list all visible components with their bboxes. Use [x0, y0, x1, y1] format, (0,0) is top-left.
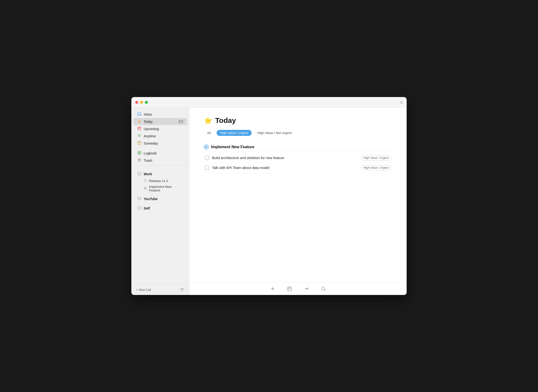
- task-label-2: Talk with API Team about data model: [212, 166, 358, 170]
- sidebar: Inbox ★ Today 4: [131, 108, 189, 295]
- svg-rect-0: [138, 112, 141, 116]
- add-icon: [270, 286, 275, 291]
- content-inner: ⭐ Today All High Value / Urgent High Val…: [189, 108, 407, 282]
- page-title: Today: [215, 116, 236, 125]
- toolbar-center: [268, 285, 328, 293]
- add-task-button[interactable]: [268, 285, 277, 293]
- task-checkbox-1[interactable]: [205, 156, 209, 160]
- task-group-title: Implement New Feature: [211, 145, 255, 149]
- today-badge: 4: [178, 120, 183, 123]
- implement-circle-icon: [144, 187, 147, 190]
- inbox-label: Inbox: [144, 112, 152, 116]
- sidebar-area-self[interactable]: Self: [133, 204, 187, 212]
- release-label: Release v1.2: [149, 179, 168, 183]
- titlebar: ⧉: [131, 97, 407, 108]
- calendar-icon: [287, 286, 292, 291]
- calendar-view-button[interactable]: [285, 285, 294, 293]
- app-window: ⧉ Inbox ★ Today: [131, 97, 407, 295]
- task-item-1[interactable]: Build architecture and skeleton for new …: [204, 153, 392, 163]
- task-tag-2: High Value / Urgent: [361, 165, 391, 170]
- implement-label: Implement New Feature: [149, 185, 183, 192]
- youtube-area-label: YouTube: [144, 197, 158, 201]
- content-area: ⭐ Today All High Value / Urgent High Val…: [189, 108, 407, 295]
- task-label-1: Build architecture and skeleton for new …: [212, 156, 358, 160]
- sidebar-filter-button[interactable]: [178, 287, 186, 293]
- filter-tab-high-value-urgent[interactable]: High Value / Urgent: [217, 130, 252, 136]
- work-area-label: Work: [144, 172, 152, 176]
- someday-archive-icon: [137, 141, 142, 146]
- sidebar-item-inbox[interactable]: Inbox: [133, 111, 187, 118]
- task-checkbox-2[interactable]: [205, 166, 209, 170]
- forward-button[interactable]: [302, 285, 311, 293]
- close-button[interactable]: [135, 101, 138, 104]
- youtube-area-icon: [137, 196, 142, 201]
- minimize-button[interactable]: [140, 101, 143, 104]
- svg-point-8: [145, 188, 146, 189]
- svg-rect-10: [289, 289, 289, 290]
- task-item-2[interactable]: Talk with API Team about data model High…: [204, 163, 392, 173]
- logbook-icon: [137, 151, 142, 155]
- search-icon: [321, 286, 326, 291]
- today-star-icon: ★: [137, 119, 142, 124]
- svg-rect-9: [288, 287, 291, 291]
- main-area: Inbox ★ Today 4: [131, 108, 407, 295]
- svg-rect-4: [138, 141, 141, 142]
- sidebar-item-trash[interactable]: Trash: [133, 157, 187, 164]
- anytime-layers-icon: [137, 134, 142, 138]
- sidebar-subitem-implement[interactable]: Implement New Feature: [133, 184, 187, 193]
- sidebar-footer: + New List: [131, 284, 189, 295]
- sidebar-item-upcoming[interactable]: Upcoming: [133, 125, 187, 132]
- page-title-row: ⭐ Today: [204, 116, 392, 125]
- task-tag-1: High Value / Urgent: [361, 155, 391, 161]
- filter-tabs: All High Value / Urgent High Value / Not…: [204, 130, 392, 136]
- task-group-implement: Implement New Feature Build architecture…: [204, 143, 392, 173]
- upcoming-label: Upcoming: [144, 127, 159, 131]
- task-group-status-icon: [204, 145, 209, 149]
- someday-label: Someday: [144, 141, 158, 145]
- trash-label: Trash: [144, 159, 152, 162]
- anytime-label: Anytime: [144, 134, 156, 138]
- content-toolbar: [189, 282, 407, 295]
- self-area-icon: [137, 206, 142, 210]
- sidebar-area-work[interactable]: Work: [133, 170, 187, 178]
- svg-point-6: [144, 179, 147, 182]
- maximize-button[interactable]: [145, 101, 148, 104]
- release-circle-icon: [144, 179, 147, 183]
- traffic-lights: [135, 101, 148, 104]
- new-list-button[interactable]: + New List: [135, 287, 152, 293]
- task-group-header: Implement New Feature: [204, 143, 392, 152]
- forward-icon: [304, 286, 309, 291]
- search-button[interactable]: [319, 285, 328, 293]
- svg-rect-1: [138, 127, 141, 130]
- new-list-label: + New List: [136, 288, 151, 292]
- sidebar-item-today[interactable]: ★ Today 4: [133, 118, 187, 125]
- titlebar-expand-icon[interactable]: ⧉: [400, 100, 403, 105]
- sidebar-item-someday[interactable]: Someday: [133, 140, 187, 147]
- inbox-icon: [137, 112, 142, 117]
- upcoming-calendar-icon: [137, 126, 142, 131]
- sidebar-subitem-release[interactable]: Release v1.2: [133, 178, 187, 184]
- page-title-icon: ⭐: [204, 117, 212, 125]
- sidebar-item-anytime[interactable]: Anytime: [133, 133, 187, 140]
- logbook-label: Logbook: [144, 151, 157, 155]
- work-area-icon: [137, 172, 142, 176]
- trash-icon: [137, 158, 142, 163]
- filter-tab-all[interactable]: All: [204, 130, 214, 136]
- filter-tab-high-value-not-urgent[interactable]: High Value / Not Urgent: [254, 130, 295, 136]
- svg-rect-2: [138, 128, 139, 129]
- sidebar-area-youtube[interactable]: YouTube: [133, 195, 187, 203]
- sidebar-nav: Inbox ★ Today 4: [131, 108, 189, 284]
- sidebar-item-logbook[interactable]: Logbook: [133, 150, 187, 157]
- today-label: Today: [144, 120, 153, 124]
- self-area-label: Self: [144, 206, 150, 210]
- filter-icon: [180, 288, 184, 292]
